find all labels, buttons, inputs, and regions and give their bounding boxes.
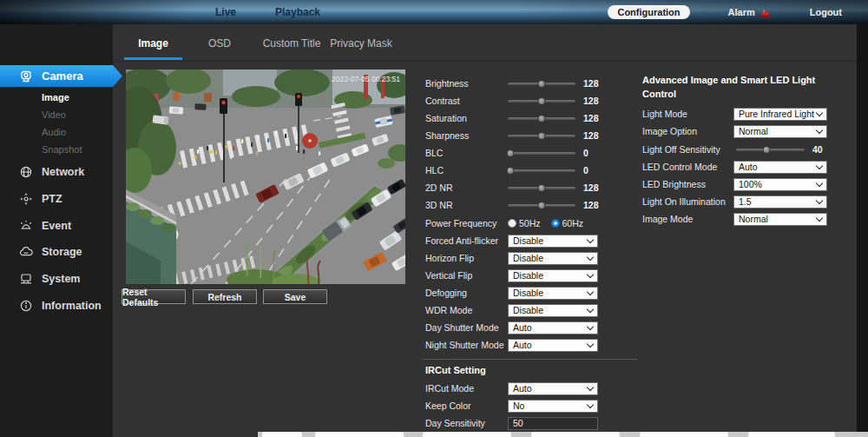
slider-track[interactable] — [736, 149, 805, 151]
slider-track[interactable] — [508, 152, 575, 155]
slider-thumb[interactable] — [538, 202, 546, 209]
nav-playback[interactable]: Playback — [265, 0, 331, 24]
brightness-slider[interactable] — [508, 76, 575, 90]
radio-50hz-label[interactable]: 50Hz — [519, 218, 541, 228]
chevron-down-icon — [587, 384, 594, 391]
slider-track[interactable] — [508, 169, 575, 172]
night-shutter-mode-select[interactable]: Auto — [508, 339, 598, 352]
sidebar-item-network[interactable]: Network — [0, 162, 113, 182]
tab-image[interactable]: Image — [124, 35, 182, 52]
select-value: Auto — [513, 340, 532, 350]
chevron-down-icon — [816, 127, 823, 134]
day-shutter-mode-select[interactable]: Auto — [508, 321, 598, 334]
led-control-mode-row: LED Control Mode Auto — [642, 160, 864, 174]
sidebar-item-camera[interactable]: Camera — [0, 65, 122, 87]
day-shutter-mode-label: Day Shutter Mode — [425, 322, 508, 333]
light-off-sensitivity-slider[interactable] — [736, 142, 805, 156]
sharpness-row: Sharpness 128 — [425, 129, 642, 142]
chevron-down-icon — [587, 306, 594, 313]
select-value: 100% — [739, 179, 762, 189]
3d-nr-slider[interactable] — [508, 198, 575, 212]
logout-button[interactable]: Logout — [810, 7, 842, 17]
taskbar-item[interactable] — [531, 432, 620, 437]
sidebar-item-ptz[interactable]: PTZ — [0, 189, 113, 209]
sidebar-item-system[interactable]: System — [0, 268, 113, 289]
select-value: Auto — [513, 383, 532, 394]
sidebar: Camera Image Video Audio Snapshot Networ… — [0, 24, 113, 437]
sidebar-subitem-snapshot[interactable]: Snapshot — [42, 142, 82, 156]
wdr-mode-select[interactable]: Disable — [508, 304, 598, 317]
blc-value: 0 — [583, 148, 589, 158]
bottom-taskbar[interactable] — [258, 432, 868, 437]
sidebar-item-event[interactable]: Event — [0, 215, 113, 236]
slider-thumb[interactable] — [507, 149, 515, 157]
night-shutter-mode-label: Night Shutter Mode — [425, 340, 508, 350]
select-value: Pure Infrared Light — [739, 109, 814, 119]
day-sensitivity-input[interactable] — [508, 417, 598, 430]
vertical-flip-select[interactable]: Disable — [508, 269, 598, 282]
image-mode-select[interactable]: Normal — [733, 213, 827, 226]
image-option-select[interactable]: Normal — [733, 125, 827, 138]
slider-thumb[interactable] — [762, 146, 770, 154]
sidebar-subitem-image[interactable]: Image — [42, 90, 69, 104]
led-control-mode-label: LED Control Mode — [642, 162, 733, 172]
sidebar-subitem-audio[interactable]: Audio — [42, 125, 66, 139]
vertical-flip-row: Vertical Flip Disable — [425, 268, 642, 282]
contrast-slider[interactable] — [508, 94, 575, 108]
sidebar-subitem-video[interactable]: Video — [42, 108, 66, 122]
save-button[interactable]: Save — [263, 289, 327, 304]
defogging-select[interactable]: Disable — [508, 287, 598, 300]
taskbar-item[interactable] — [315, 432, 404, 437]
radio-60hz-label[interactable]: 60Hz — [562, 218, 584, 228]
2d-nr-label: 2D NR — [425, 182, 508, 193]
tab-osd[interactable]: OSD — [194, 35, 245, 52]
taskbar-item[interactable] — [262, 432, 302, 437]
sidebar-item-storage[interactable]: Storage — [0, 242, 113, 262]
alarm-button[interactable]: Alarm — [728, 7, 772, 18]
slider-thumb[interactable] — [538, 115, 546, 122]
light-on-illumination-label: Light On Illumination — [642, 196, 733, 207]
radio-50hz[interactable] — [508, 219, 516, 228]
hlc-slider[interactable] — [508, 163, 575, 177]
blc-slider[interactable] — [508, 146, 575, 160]
tab-custom-title[interactable]: Custom Title — [253, 35, 330, 52]
defogging-row: Defogging Disable — [425, 286, 642, 300]
light-off-sensitivity-row: Light Off Sensitivity 40 — [642, 142, 864, 156]
refresh-button[interactable]: Refresh — [193, 289, 257, 304]
slider-thumb[interactable] — [538, 184, 546, 192]
reset-defaults-button[interactable]: Reset Defaults — [122, 289, 186, 304]
slider-thumb[interactable] — [538, 132, 546, 140]
horizon-flip-select[interactable]: Disable — [508, 252, 598, 265]
taskbar-item[interactable] — [748, 432, 835, 437]
top-bar-right: Configuration Alarm Logout — [608, 0, 842, 24]
taskbar-item[interactable] — [640, 432, 728, 437]
keep-color-select[interactable]: No — [508, 400, 598, 413]
slider-thumb[interactable] — [538, 80, 546, 88]
slider-thumb[interactable] — [507, 167, 515, 175]
slider-thumb[interactable] — [538, 97, 546, 105]
tab-privacy-mask[interactable]: Privacy Mask — [326, 35, 396, 52]
vertical-scrollbar[interactable] — [857, 24, 868, 437]
chevron-down-icon — [587, 236, 594, 243]
led-brightness-select[interactable]: 100% — [733, 178, 827, 191]
configuration-button[interactable]: Configuration — [608, 5, 689, 19]
sharpness-slider[interactable] — [508, 129, 575, 142]
horizon-flip-label: Horizon Flip — [425, 253, 508, 263]
saturation-slider[interactable] — [508, 111, 575, 125]
nav-live[interactable]: Live — [204, 0, 247, 24]
3d-nr-label: 3D NR — [425, 200, 508, 210]
taskbar-item[interactable] — [423, 432, 511, 437]
light-off-sensitivity-label: Light Off Sensitivity — [642, 144, 733, 155]
forced-anti-flicker-select[interactable]: Disable — [508, 235, 598, 248]
sidebar-item-information[interactable]: Information — [0, 295, 113, 316]
light-on-illumination-select[interactable]: 1.5 — [733, 195, 827, 209]
chevron-down-icon — [816, 215, 823, 222]
led-control-mode-select[interactable]: Auto — [733, 161, 827, 174]
alarm-bell-icon — [19, 219, 33, 233]
traffic-intersection-scene: 2022-07-05 00:23:51 — [126, 70, 405, 284]
2d-nr-slider[interactable] — [508, 181, 575, 195]
hlc-row: HLC 0 — [425, 163, 642, 177]
ircut-mode-select[interactable]: Auto — [508, 382, 598, 395]
light-mode-select[interactable]: Pure Infrared Light — [733, 108, 827, 121]
radio-60hz[interactable] — [551, 219, 560, 228]
